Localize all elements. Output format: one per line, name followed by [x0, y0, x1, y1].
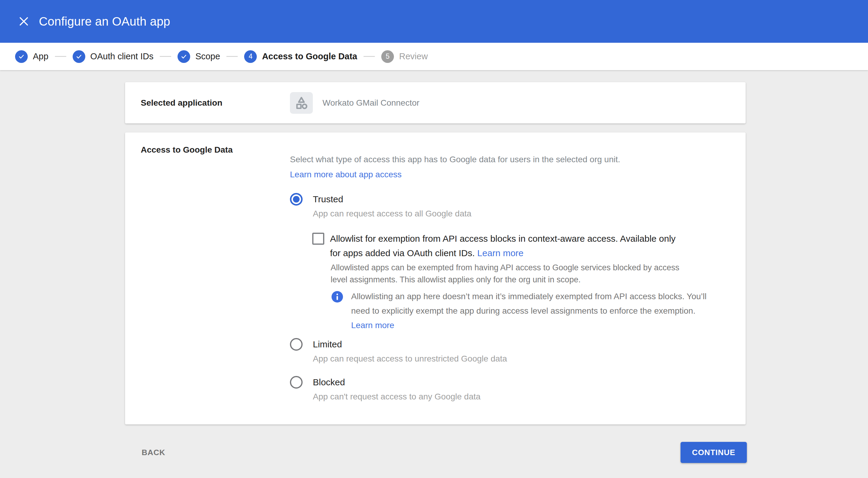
step-complete-check-icon	[73, 50, 85, 63]
step-oauth-client-ids[interactable]: OAuth client IDs	[73, 50, 154, 63]
dialog-header: Configure an OAuth app	[0, 0, 868, 43]
radio-option-trusted[interactable]: Trusted	[290, 193, 760, 206]
step-app[interactable]: App	[15, 50, 49, 63]
app-category-icon	[290, 92, 313, 114]
access-section-content: Select what type of access this app has …	[290, 155, 760, 402]
allowlist-note-body: Allowlisting an app here doesn’t mean it…	[351, 292, 707, 315]
radio-option-blocked[interactable]: Blocked	[290, 376, 760, 388]
dialog-title: Configure an OAuth app	[39, 15, 170, 28]
limited-description: App can request access to unrestricted G…	[313, 354, 760, 364]
step-number-badge: 5	[381, 50, 394, 63]
blocked-description: App can't request access to any Google d…	[313, 391, 760, 402]
step-connector	[226, 56, 238, 57]
close-x-glyph	[18, 15, 30, 27]
allowlist-checkbox-row[interactable]: Allowlist for exemption from API access …	[312, 232, 760, 260]
step-label: Review	[399, 52, 428, 61]
allowlist-info-note: Allowlisting an app here doesn’t mean it…	[332, 289, 760, 333]
step-label: OAuth client IDs	[90, 52, 154, 61]
allowlist-learn-more-link[interactable]: Learn more	[477, 248, 524, 258]
radio-unselected-icon[interactable]	[290, 376, 303, 388]
access-to-google-data-card: Access to Google Data Select what type o…	[125, 132, 746, 424]
allowlist-checkbox-label: Allowlist for exemption from API access …	[330, 232, 686, 260]
step-label: App	[33, 52, 49, 61]
trusted-description: App can request access to all Google dat…	[313, 209, 760, 219]
note-learn-more-link[interactable]: Learn more	[351, 320, 394, 330]
allowlist-note-text: Allowlisting an app here doesn’t mean it…	[351, 289, 716, 333]
radio-selected-icon[interactable]	[290, 193, 303, 206]
step-complete-check-icon	[15, 50, 28, 63]
back-button[interactable]: BACK	[134, 443, 173, 462]
step-label: Scope	[195, 52, 220, 61]
radio-label-trusted: Trusted	[313, 194, 343, 204]
step-connector	[364, 56, 375, 57]
selected-application-label: Selected application	[141, 98, 290, 108]
selected-application-chip: Workato GMail Connector	[290, 92, 420, 114]
access-section-heading: Access to Google Data	[141, 145, 233, 155]
step-complete-check-icon	[178, 50, 190, 63]
wizard-stepper: App OAuth client IDs Scope 4 Access to G…	[0, 43, 868, 70]
radio-label-limited: Limited	[313, 339, 342, 349]
step-connector	[160, 56, 171, 57]
radio-label-blocked: Blocked	[313, 377, 345, 387]
info-icon	[332, 291, 343, 303]
radio-option-limited[interactable]: Limited	[290, 338, 760, 351]
step-number-badge: 4	[244, 50, 257, 63]
allowlist-description: Allowlisted apps can be exempted from ha…	[331, 262, 698, 286]
step-scope[interactable]: Scope	[178, 50, 220, 63]
close-icon[interactable]	[17, 15, 30, 28]
access-section-description: Select what type of access this app has …	[290, 155, 760, 165]
step-review[interactable]: 5 Review	[381, 50, 428, 63]
continue-button[interactable]: CONTINUE	[681, 442, 747, 463]
radio-unselected-icon[interactable]	[290, 338, 303, 351]
checkbox-unchecked-icon[interactable]	[312, 233, 324, 245]
configure-oauth-app-dialog: Configure an OAuth app App OAuth client …	[0, 0, 868, 478]
step-label: Access to Google Data	[262, 52, 357, 61]
learn-more-app-access-link[interactable]: Learn more about app access	[290, 169, 401, 180]
step-access-to-google-data[interactable]: 4 Access to Google Data	[244, 50, 357, 63]
selected-application-card: Selected application Workato GMail Conne…	[125, 82, 746, 124]
selected-application-name: Workato GMail Connector	[322, 98, 420, 108]
step-connector	[55, 56, 66, 57]
